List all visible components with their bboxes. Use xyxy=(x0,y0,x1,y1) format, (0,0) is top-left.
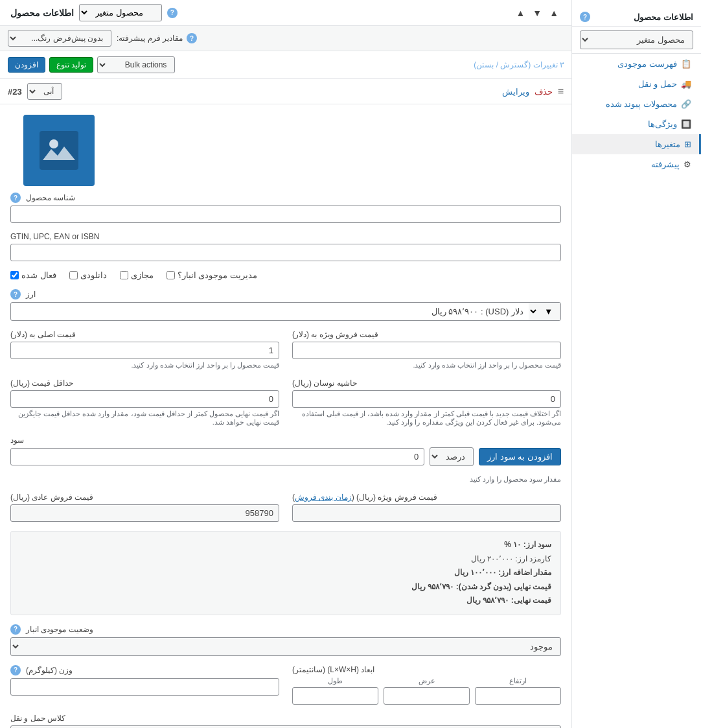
inventory-status-row: وضعیت موجودی انبار ? موجود xyxy=(10,624,561,656)
attributes-icon: 🔲 xyxy=(681,119,691,129)
sku-input[interactable] xyxy=(10,205,561,223)
add-to-currency-profit-btn[interactable]: افزودن به سود ارز xyxy=(479,448,561,465)
bulk-actions-dropdown[interactable]: Bulk actions xyxy=(97,56,175,73)
variant-number: #23 xyxy=(8,87,22,97)
sidebar-title: اطلاعات محصول xyxy=(634,12,693,22)
product-image[interactable] xyxy=(23,115,95,186)
min-price-input[interactable] xyxy=(10,390,279,408)
inventory-status-label: وضعیت موجودی انبار xyxy=(26,625,93,634)
variant-color-dropdown[interactable]: آبی xyxy=(27,83,62,100)
final-price-no-round-text: قیمت نهایی (بدون گرد شدن): ۹۵۸٬۷۹۰ ریال xyxy=(20,580,551,594)
currency-dropdown[interactable]: ▼ xyxy=(529,303,560,320)
exchange-amount-text: مقدار اضافه ارز: ۱۰۰٬۰۰۰ ریال xyxy=(20,566,551,580)
sidebar-item-label: ویژگی‌ها xyxy=(648,119,677,129)
virtual-label: مجازی xyxy=(131,270,154,280)
delete-btn[interactable]: حذف xyxy=(534,87,553,97)
sidebar-item-shipping[interactable]: 🚚 حمل و نقل xyxy=(572,74,701,94)
advanced-icon: ⚙ xyxy=(684,159,691,169)
sidebar-item-label: فهرست موجودی xyxy=(617,59,677,69)
gtin-input[interactable] xyxy=(10,244,561,261)
edit-btn[interactable]: ویرایش xyxy=(502,87,529,97)
sidebar-item-advanced[interactable]: ⚙ پیشرفته xyxy=(572,154,701,174)
settings-row: ? مقادیر فرم پیشرفته: بدون پیش‌فرض رنگ..… xyxy=(0,26,571,51)
sale-price-label: قیمت فروش ویژه به (دلار) xyxy=(292,330,378,339)
weight-input[interactable] xyxy=(10,678,279,696)
currency-value: دلار (USD) : ۵۹۸٬۹۰۰ ریال xyxy=(11,303,529,320)
currency-row: ارز ? ▼ دلار (USD) : ۵۹۸٬۹۰۰ ریال xyxy=(10,289,561,321)
help-icon-currency[interactable]: ? xyxy=(10,289,21,299)
nav-up2-btn[interactable]: ▲ xyxy=(513,6,527,19)
price-input[interactable] xyxy=(10,342,279,359)
height-label: ارتفاع xyxy=(475,677,561,685)
sale-price-rial-label: قیمت فروش ویژه (ریال) (زمان بندی فروش) xyxy=(292,493,437,502)
hamburger-icon[interactable]: ≡ xyxy=(558,86,564,97)
weight-dimensions-row: ابعاد (L×W×H) (سانتیمتر) ارتفاع عرض طول xyxy=(10,665,561,705)
sidebar-item-inventory[interactable]: 📋 فهرست موجودی xyxy=(572,54,701,74)
sku-row: شناسه محصول ? xyxy=(10,193,561,223)
shipping-class-dropdown[interactable]: مانند مادر xyxy=(10,725,561,728)
sale-price-input[interactable] xyxy=(292,342,561,359)
sale-price-help: قیمت محصول را بر واحد ارز انتخاب شده وار… xyxy=(292,361,561,370)
nav-down-btn[interactable]: ▼ xyxy=(530,6,544,19)
profit-details: سود ارز: ۱۰ % کارمزد ارز: ۲۰۰٬۰۰۰ ریال م… xyxy=(10,531,561,615)
min-fluctuation-row: حاشیه نوسان (ریال) اگر اختلاف قیمت جدید … xyxy=(10,379,561,427)
download-checkbox[interactable] xyxy=(69,271,78,279)
profit-input[interactable] xyxy=(10,448,424,465)
width-label: عرض xyxy=(384,677,470,685)
exchange-fee-text: کارمزد ارز: ۲۰۰٬۰۰۰ ریال xyxy=(20,552,551,567)
help-icon-sku[interactable]: ? xyxy=(10,193,21,203)
sidebar-item-label: پیشرفته xyxy=(651,159,680,169)
help-icon-inventory[interactable]: ? xyxy=(10,624,21,635)
product-type-dropdown[interactable]: محصول متغیر xyxy=(580,30,693,49)
currency-profit-text: سود ارز: ۱۰ % xyxy=(20,538,551,552)
price-label: قیمت اصلی به (دلار) xyxy=(10,330,76,339)
sale-price-rial-input[interactable] xyxy=(292,504,561,522)
settings-count-link[interactable]: ۳ تغییرات (گسترش / بستن) xyxy=(474,60,564,69)
checkboxes-row: مدیریت موجودی انبار؟ مجازی دانلودی فعال … xyxy=(10,270,561,280)
sale-scheduling-link[interactable]: زمان بندی فروش xyxy=(295,493,352,502)
price-help: قیمت محصول را بر واحد ارز انتخاب شده وار… xyxy=(10,361,279,370)
gtin-row: GTIN, UPC, EAN or ISBN xyxy=(10,232,561,261)
sidebar-item-label: حمل و نقل xyxy=(638,79,677,89)
help-icon-settings[interactable]: ? xyxy=(187,33,197,43)
main-content: شناسه محصول ? GTIN, UPC, EAN or ISBN مدی… xyxy=(0,104,571,728)
inventory-icon: 📋 xyxy=(681,59,691,69)
regular-price-rial-input[interactable] xyxy=(10,504,279,522)
width-input[interactable] xyxy=(384,687,470,705)
fluctuation-label: حاشیه نوسان (ریال) xyxy=(292,379,357,388)
help-icon-weight[interactable]: ? xyxy=(10,665,21,675)
variants-icon: ⊞ xyxy=(684,139,691,149)
inventory-status-dropdown[interactable]: موجود xyxy=(10,637,561,656)
active-checkbox[interactable] xyxy=(10,271,19,279)
default-color-dropdown[interactable]: بدون پیش‌فرض رنگ... xyxy=(8,30,111,47)
sku-label: شناسه محصول xyxy=(26,193,75,202)
active-label: فعال شده xyxy=(21,270,56,280)
generate-variations-btn[interactable]: تولید تنوع xyxy=(49,57,93,73)
min-price-label: حداقل قیمت (ریال) xyxy=(10,379,73,388)
rial-prices-row: قیمت فروش ویژه (ریال) (زمان بندی فروش) ق… xyxy=(10,493,561,522)
sidebar-item-attributes[interactable]: 🔲 ویژگی‌ها xyxy=(572,114,701,134)
min-price-help: اگر قیمت نهایی محصول کمتر از حداقل قیمت … xyxy=(10,410,279,427)
sidebar-item-variants[interactable]: ⊞ متغیرها xyxy=(572,134,701,154)
product-type-top-dropdown[interactable]: محصول متغیر xyxy=(79,4,162,21)
profit-unit-dropdown[interactable]: درصد xyxy=(430,447,474,466)
shipping-class-label: کلاس حمل و نقل xyxy=(10,714,65,723)
svg-rect-0 xyxy=(40,131,78,170)
link-icon: 🔗 xyxy=(681,99,691,109)
sidebar-item-label: محصولات پیوند شده xyxy=(606,99,677,109)
fluctuation-input[interactable] xyxy=(292,390,561,408)
help-icon-top[interactable]: ? xyxy=(167,8,178,18)
sidebar-item-linked[interactable]: 🔗 محصولات پیوند شده xyxy=(572,94,701,114)
height-input[interactable] xyxy=(475,687,561,705)
help-icon-sidebar[interactable]: ? xyxy=(580,12,590,22)
add-variation-btn[interactable]: افزودن xyxy=(8,57,45,73)
sidebar-item-label: متغیرها xyxy=(655,139,680,149)
virtual-checkbox[interactable] xyxy=(120,271,128,279)
length-label: طول xyxy=(292,677,378,685)
manage-inventory-checkbox[interactable] xyxy=(167,271,175,279)
price-row: قیمت فروش ویژه به (دلار) قیمت محصول را ب… xyxy=(10,330,561,370)
svg-point-1 xyxy=(49,139,58,148)
final-price-text: قیمت نهایی: ۹۵۸٬۷۹۰ ریال xyxy=(20,594,551,608)
nav-up-btn[interactable]: ▲ xyxy=(547,6,561,19)
length-input[interactable] xyxy=(292,687,378,705)
